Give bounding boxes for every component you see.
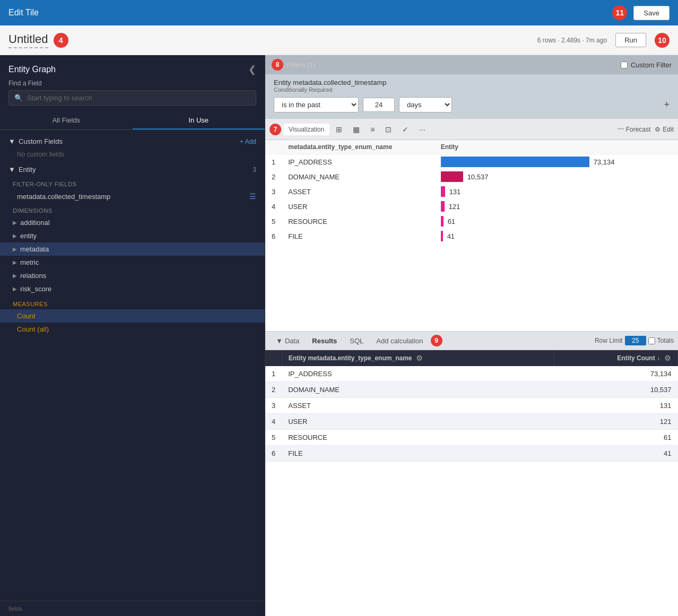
bar-chart-icon[interactable]: ▦ — [349, 123, 364, 136]
viz-toolbar: 7 Visualization ⊞ ▦ ≡ ⊡ ✓ ··· 〰 Forecast… — [265, 119, 678, 140]
filters-title: Filters (1) — [286, 61, 316, 69]
dropdown-icon: ▼ — [276, 337, 283, 345]
find-field-label: Find a Field — [0, 80, 265, 90]
filter-field-name: Entity metadata.collected_timestamp — [274, 79, 670, 86]
dim-metadata[interactable]: ▶ metadata — [0, 242, 265, 256]
filter-condition-select[interactable]: is in the past — [274, 97, 359, 112]
col1-settings-icon[interactable]: ⚙ — [416, 354, 423, 362]
dim-risk-score[interactable]: ▶ risk_score — [0, 282, 265, 296]
entity-graph-title: Entity Graph — [8, 65, 56, 74]
check-icon[interactable]: ✓ — [398, 123, 413, 136]
totals-label: Totals — [657, 337, 674, 344]
entity-section-header[interactable]: ▼ Entity 3 — [0, 162, 265, 177]
measure-count[interactable]: Count — [0, 309, 265, 323]
chart-area: metadata.entity_type_enum_name Entity 1 … — [265, 140, 678, 331]
title-bar-left: Untitled 4 — [8, 32, 68, 48]
search-input[interactable] — [27, 94, 250, 102]
edit-button[interactable]: ⚙ Edit — [655, 126, 674, 133]
collapse-button[interactable]: ❮ — [248, 64, 256, 75]
dimensions-label: DIMENSIONS — [0, 203, 265, 216]
results-row-value: 121 — [554, 414, 677, 430]
dim-arrow-icon: ▶ — [13, 259, 17, 265]
chart-table: metadata.entity_type_enum_name Entity 1 … — [265, 140, 678, 244]
search-icon: 🔍 — [14, 94, 23, 102]
custom-fields-header[interactable]: ▼ Custom Fields + Add — [0, 134, 265, 149]
scatter-icon[interactable]: ⊡ — [381, 123, 396, 136]
results-row-value: 73,134 — [554, 366, 677, 382]
filter-only-label: FILTER-ONLY FIELDS — [0, 177, 265, 189]
sql-tab-label: SQL — [350, 337, 363, 345]
chart-row-name: FILE — [282, 229, 434, 244]
field-tabs: All Fields In Use — [0, 112, 265, 130]
bottom-tabs: ▼ Data Results SQL Add calculation 9 Row… — [265, 331, 678, 350]
table-view-icon[interactable]: ⊞ — [332, 123, 346, 136]
results-area: Entity metadata.entity_type_enum_name ⚙ … — [265, 350, 678, 616]
entity-count: 3 — [253, 166, 256, 173]
tab-visualization[interactable]: Visualization — [283, 124, 329, 135]
filter-detail: Entity metadata.collected_timestamp Cond… — [265, 74, 678, 119]
main-area: Entity Graph ❮ Find a Field 🔍 All Fields… — [0, 55, 678, 616]
row-limit-label: Row Limit — [595, 337, 623, 344]
results-num-header — [265, 350, 282, 366]
more-options-icon[interactable]: ··· — [415, 123, 430, 136]
tile-title[interactable]: Untitled — [8, 32, 48, 48]
entity-graph-header: Entity Graph ❮ — [0, 55, 265, 80]
results-table: Entity metadata.entity_type_enum_name ⚙ … — [265, 350, 678, 462]
dim-entity[interactable]: ▶ entity — [0, 229, 265, 242]
chart-row-num: 3 — [265, 184, 282, 199]
custom-filter-toggle[interactable]: Custom Filter — [621, 61, 672, 69]
filter-number-input[interactable] — [363, 98, 395, 112]
chevron-down-icon: ▼ — [8, 137, 15, 145]
list-view-icon[interactable]: ≡ — [366, 123, 379, 136]
tab-results[interactable]: Results — [306, 334, 343, 348]
add-filter-button[interactable]: + — [664, 99, 670, 110]
chart-row-num: 4 — [265, 199, 282, 214]
dim-relations[interactable]: ▶ relations — [0, 269, 265, 282]
totals-checkbox[interactable] — [648, 337, 655, 344]
tab-add-calc[interactable]: Add calculation — [370, 334, 429, 348]
dim-additional[interactable]: ▶ additional — [0, 216, 265, 229]
forecast-label: Forecast — [626, 126, 651, 133]
results-row-num: 6 — [265, 446, 282, 462]
bottom-fields-label: fields — [0, 601, 265, 616]
tab-sql[interactable]: SQL — [343, 334, 370, 348]
tab-all-fields[interactable]: All Fields — [0, 112, 133, 129]
edit-label: Edit — [663, 126, 674, 133]
row-limit-input[interactable] — [625, 336, 646, 345]
forecast-button[interactable]: 〰 Forecast — [618, 126, 651, 133]
no-custom-text: No custom fields — [0, 149, 265, 162]
chart-col-name: metadata.entity_type_enum_name — [282, 140, 434, 154]
dim-metric[interactable]: ▶ metric — [0, 256, 265, 269]
filter-field-name: metadata.collected_timestamp — [17, 193, 110, 201]
dim-arrow-icon: ▶ — [13, 273, 17, 279]
results-row-value: 10,537 — [554, 382, 677, 398]
col2-settings-icon[interactable]: ⚙ — [664, 354, 671, 362]
badge-9: 9 — [431, 335, 442, 346]
add-custom-field-button[interactable]: + Add — [240, 138, 256, 145]
filter-field-item[interactable]: metadata.collected_timestamp ☰ — [0, 189, 265, 203]
right-panel: 8 Filters (1) Custom Filter Entity metad… — [265, 55, 678, 616]
dim-additional-label: additional — [20, 219, 50, 227]
custom-filter-label: Custom Filter — [631, 61, 672, 69]
custom-filter-checkbox[interactable] — [621, 62, 628, 68]
forecast-icon: 〰 — [618, 126, 624, 133]
title-bar: Untitled 4 6 rows · 2.489s · 7m ago Run … — [0, 25, 678, 55]
tab-data[interactable]: ▼ Data — [270, 334, 306, 348]
results-row-value: 131 — [554, 398, 677, 414]
entity-label: Entity — [19, 166, 36, 173]
dim-metric-label: metric — [20, 258, 39, 266]
run-button[interactable]: Run — [615, 33, 646, 47]
measure-count-all[interactable]: Count (all) — [0, 323, 265, 336]
chart-row-name: IP_ADDRESS — [282, 154, 434, 170]
results-row: 5 RESOURCE 61 — [265, 430, 678, 446]
totals-toggle[interactable]: Totals — [648, 337, 674, 344]
results-row-num: 1 — [265, 366, 282, 382]
filter-row: is in the past days + — [274, 97, 670, 112]
viz-right-actions: 〰 Forecast ⚙ Edit — [618, 126, 674, 133]
tab-in-use[interactable]: In Use — [133, 112, 265, 129]
filter-unit-select[interactable]: days — [399, 97, 452, 112]
add-calc-label: Add calculation — [376, 337, 423, 345]
chart-row-bar: 131 — [434, 184, 678, 199]
dim-entity-label: entity — [20, 232, 37, 240]
save-button[interactable]: Save — [633, 6, 670, 20]
